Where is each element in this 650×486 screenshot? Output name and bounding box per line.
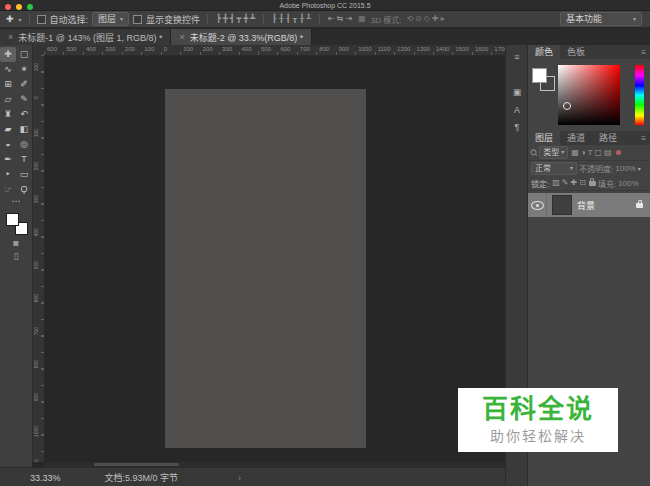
- layer-filter-icon[interactable]: T: [588, 149, 593, 157]
- edit-toolbar-icon[interactable]: ⋯: [0, 197, 32, 207]
- ruler-label: 0: [33, 96, 39, 99]
- eraser-tool-icon: ▰: [5, 125, 12, 134]
- blur-tool[interactable]: ◒: [0, 137, 16, 152]
- layer-filter-icon[interactable]: ◑: [581, 149, 586, 157]
- threeD-mode-icon[interactable]: ⟲: [406, 15, 413, 23]
- align-icon[interactable]: ╋: [243, 15, 248, 23]
- screen-mode-icon[interactable]: ▯: [0, 251, 32, 264]
- distribute-icon[interactable]: ┠: [272, 15, 277, 23]
- color-swatches-widget[interactable]: [5, 212, 28, 235]
- crop-tool[interactable]: ⊞: [0, 77, 16, 92]
- threeD-mode-icon[interactable]: ◇: [424, 15, 430, 23]
- rectangular-marquee-tool[interactable]: ▢: [16, 47, 32, 62]
- lock-icon[interactable]: ⊡: [579, 179, 586, 187]
- layer-filter-icon[interactable]: ▤: [604, 149, 612, 157]
- clone-stamp-tool[interactable]: ♜: [0, 107, 16, 122]
- show-transform-checkbox[interactable]: [133, 15, 142, 24]
- hand-tool[interactable]: ☞: [0, 182, 16, 197]
- fill-value[interactable]: 100%: [618, 179, 638, 188]
- layer-thumbnail[interactable]: [552, 195, 572, 215]
- tab-close-icon[interactable]: ×: [8, 32, 13, 42]
- foreground-color-swatch[interactable]: [532, 68, 547, 83]
- lasso-tool[interactable]: ∿: [0, 62, 16, 77]
- move-tool[interactable]: ✚: [0, 47, 16, 62]
- dodge-tool[interactable]: ◎: [16, 137, 32, 152]
- distribute-spacing-icon[interactable]: ⇥: [345, 15, 352, 23]
- align-icon[interactable]: ┣: [216, 15, 221, 23]
- tab-swatches[interactable]: 色板: [560, 45, 592, 59]
- blend-mode-dropdown[interactable]: 正常 ▾: [531, 162, 577, 175]
- auto-select-value: 图层: [98, 13, 116, 25]
- quick-mask-icon[interactable]: ◙: [0, 238, 32, 251]
- rectangle-tool[interactable]: ▭: [16, 167, 32, 182]
- lock-all-icon[interactable]: [589, 181, 596, 186]
- spot-healing-brush-tool[interactable]: ▱: [0, 92, 16, 107]
- distribute-icon[interactable]: ┰: [293, 15, 298, 23]
- tab-color[interactable]: 颜色: [528, 45, 560, 59]
- foreground-color-swatch[interactable]: [6, 213, 19, 226]
- align-icon[interactable]: ┻: [250, 15, 255, 23]
- tab-layers[interactable]: 图层: [528, 131, 560, 145]
- auto-select-checkbox[interactable]: [37, 15, 46, 24]
- ruler-label: 1100: [378, 46, 391, 52]
- tab-paths[interactable]: 路径: [592, 131, 624, 145]
- lock-icon[interactable]: ✎: [562, 179, 569, 187]
- panel-menu-icon[interactable]: ≡: [641, 134, 646, 143]
- gradient-tool[interactable]: ◧: [16, 122, 32, 137]
- type-tool[interactable]: T: [16, 152, 32, 167]
- visibility-toggle[interactable]: [528, 193, 547, 217]
- align-icon[interactable]: ╋: [223, 15, 228, 23]
- threeD-mode-icon[interactable]: ✚: [432, 15, 439, 23]
- tool-preset-caret-icon[interactable]: ▾: [19, 16, 22, 23]
- align-icon[interactable]: ┳: [237, 15, 242, 23]
- brush-tool[interactable]: ✎: [16, 92, 32, 107]
- workspace-switcher[interactable]: 基本功能 ▾: [560, 12, 642, 26]
- eyedropper-tool[interactable]: ✐: [16, 77, 32, 92]
- eraser-tool[interactable]: ▰: [0, 122, 16, 137]
- character-panel-icon[interactable]: A: [506, 102, 528, 117]
- tab-close-icon[interactable]: ×: [179, 32, 184, 42]
- lock-icon[interactable]: ▨: [552, 179, 560, 187]
- hue-slider[interactable]: [635, 65, 644, 125]
- vertical-ruler[interactable]: 100010020030040050060070080090010001100: [32, 55, 45, 462]
- document-tab[interactable]: ×未标题-2 @ 33.3%(RGB/8) *: [171, 29, 312, 45]
- threeD-mode-icon[interactable]: ⊙: [415, 15, 422, 23]
- layer-filter-icon[interactable]: ▢: [595, 149, 603, 157]
- distribute-icon[interactable]: ╂: [299, 15, 304, 23]
- status-options-chevron-icon[interactable]: ›: [238, 473, 241, 483]
- color-cursor[interactable]: [563, 102, 571, 110]
- filter-type-dropdown[interactable]: 类型 ▾: [539, 146, 568, 159]
- document-tab[interactable]: ×未标题-1 @ 143% (图层 1, RGB/8) *: [0, 29, 171, 45]
- document-canvas[interactable]: [165, 89, 366, 448]
- filter-toggle-icon[interactable]: [616, 150, 621, 155]
- path-selection-tool[interactable]: ‣: [0, 167, 16, 182]
- auto-select-dropdown[interactable]: 图层 ▾: [92, 12, 129, 26]
- distribute-spacing-icon[interactable]: ⇤: [328, 15, 335, 23]
- scrollbar-thumb[interactable]: [94, 463, 179, 466]
- threeD-mode-icon[interactable]: ▸: [441, 15, 445, 23]
- zoom-tool-icon: Ϙ: [20, 185, 27, 194]
- magic-wand-tool[interactable]: ✶: [16, 62, 32, 77]
- saturation-brightness-field[interactable]: [558, 65, 620, 125]
- canvas-area[interactable]: [44, 55, 505, 462]
- tab-channels[interactable]: 通道: [560, 131, 592, 145]
- layer-filter-icon[interactable]: ▦: [571, 149, 579, 157]
- grid-icon[interactable]: ▦: [358, 15, 366, 23]
- distribute-icon[interactable]: ┨: [286, 15, 291, 23]
- lock-icon[interactable]: ✚: [571, 179, 578, 187]
- distribute-spacing-icon[interactable]: ⇆: [337, 15, 344, 23]
- layer-row-background[interactable]: 背景: [528, 193, 650, 217]
- pen-tool[interactable]: ✒: [0, 152, 16, 167]
- panel-sliders-icon[interactable]: ≡: [506, 49, 528, 64]
- panel-menu-icon[interactable]: ≡: [641, 48, 646, 57]
- zoom-level-field[interactable]: 33.33%: [30, 473, 61, 483]
- zoom-tool[interactable]: Ϙ: [16, 182, 32, 197]
- distribute-icon[interactable]: ┸: [306, 15, 311, 23]
- horizontal-ruler[interactable]: 6005004003002001000100200300400500600700…: [44, 45, 505, 56]
- align-icon[interactable]: ┫: [230, 15, 235, 23]
- history-brush-tool[interactable]: ↶: [16, 107, 32, 122]
- paragraph-panel-icon[interactable]: ¶: [506, 119, 528, 134]
- opacity-value[interactable]: 100%: [615, 164, 635, 173]
- distribute-icon[interactable]: ╂: [279, 15, 284, 23]
- libraries-panel-icon[interactable]: ▣: [506, 84, 528, 99]
